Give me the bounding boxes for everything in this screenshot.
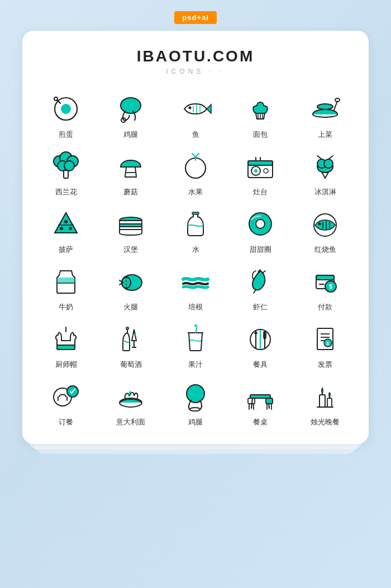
- svg-text:$: $: [326, 341, 329, 346]
- icon-water: 水: [163, 207, 228, 255]
- svg-point-48: [256, 219, 265, 228]
- svg-rect-46: [192, 212, 199, 214]
- svg-point-42: [69, 227, 72, 230]
- icon-mushroom: 蘑菇: [98, 150, 163, 197]
- icon-pizza: 披萨: [34, 207, 98, 255]
- svg-rect-66: [126, 327, 128, 329]
- site-subtitle: ICONS · ·: [34, 68, 357, 75]
- icon-shrimp: 虾仁: [228, 265, 293, 312]
- top-badge: psd+ai: [174, 11, 217, 24]
- svg-line-36: [328, 156, 333, 159]
- svg-rect-92: [266, 398, 273, 404]
- svg-line-35: [317, 156, 322, 159]
- svg-point-4: [121, 98, 141, 113]
- svg-point-85: [190, 408, 200, 411]
- icon-fruit: 水果: [163, 150, 228, 197]
- svg-rect-65: [57, 345, 75, 350]
- svg-rect-75: [317, 328, 333, 350]
- icon-candle-dinner: 烛光晚餐: [293, 380, 357, 427]
- icon-donut: 甜甜圈: [228, 207, 293, 255]
- icon-order: 订餐: [34, 380, 98, 427]
- icon-utensils: 餐具: [228, 322, 293, 370]
- svg-point-40: [64, 220, 68, 223]
- svg-point-34: [324, 159, 333, 168]
- icon-milk: 牛奶: [34, 265, 98, 312]
- icon-ice-cream: 冰淇淋: [293, 150, 357, 197]
- icon-juice: 果汁: [163, 322, 228, 370]
- icon-bread: 面包: [228, 92, 293, 140]
- site-title: IBAOTU.COM: [34, 47, 357, 65]
- svg-line-87: [251, 398, 252, 408]
- icon-burger: 汉堡: [98, 207, 163, 255]
- svg-point-1: [61, 104, 71, 114]
- icon-serve: 上菜: [293, 92, 357, 140]
- icon-chicken-leg2: 鸡腿: [163, 380, 228, 427]
- svg-rect-55: [57, 278, 75, 283]
- icon-bacon: 培根: [163, 265, 228, 312]
- svg-point-41: [60, 227, 63, 230]
- svg-point-16: [335, 98, 340, 102]
- svg-point-3: [54, 97, 58, 101]
- svg-rect-96: [327, 398, 332, 407]
- svg-point-70: [194, 324, 197, 327]
- svg-rect-26: [248, 161, 273, 165]
- icon-fish: 鱼: [163, 92, 228, 140]
- icon-broccoli: 西兰花: [34, 150, 98, 197]
- icon-receipt: $ 发票: [293, 322, 357, 370]
- icon-braised-fish: 红烧鱼: [293, 207, 357, 255]
- svg-rect-86: [250, 395, 270, 398]
- icon-stove: 灶台: [228, 150, 293, 197]
- svg-line-15: [334, 101, 337, 110]
- svg-point-14: [317, 104, 333, 109]
- icons-grid: 煎蛋 鸡腿: [34, 92, 357, 427]
- icon-ham: 火腿: [98, 265, 163, 312]
- icon-wine: 葡萄酒: [98, 322, 163, 370]
- svg-rect-95: [320, 395, 325, 407]
- svg-rect-61: [316, 275, 334, 280]
- icon-fried-egg: 煎蛋: [34, 92, 98, 140]
- svg-text:$: $: [329, 283, 332, 290]
- svg-point-50: [318, 223, 321, 226]
- svg-point-24: [185, 158, 206, 178]
- icon-chicken-leg: 鸡腿: [98, 92, 163, 140]
- svg-rect-22: [64, 170, 68, 178]
- svg-point-6: [189, 107, 192, 109]
- icon-payment: $ 付款: [293, 265, 357, 312]
- svg-point-21: [64, 161, 74, 171]
- svg-point-28: [254, 169, 258, 173]
- icon-dining-table: 餐桌: [228, 380, 293, 427]
- svg-point-84: [187, 385, 204, 403]
- icon-chef-hat: 厨师帽: [34, 322, 98, 370]
- icon-pasta: 意大利面: [98, 380, 163, 427]
- svg-point-29: [264, 169, 268, 173]
